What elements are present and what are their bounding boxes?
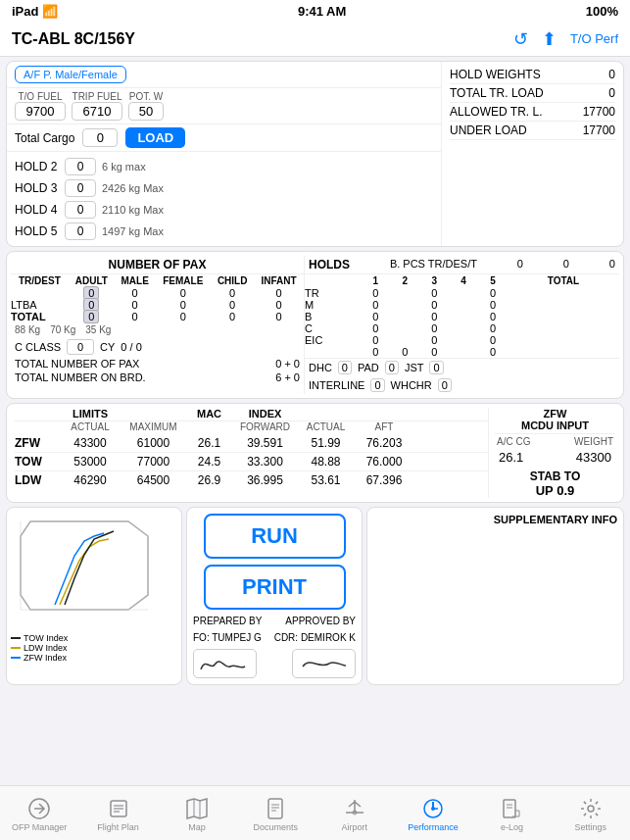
svg-marker-8: [187, 799, 207, 818]
hold2-max: 6 kg max: [102, 161, 146, 173]
pax-weight-88: 88 Kg: [15, 324, 40, 335]
chart-area: TOW Index LDW Index ZFW Index: [6, 507, 182, 685]
ldw-aft: 67.396: [355, 473, 413, 487]
limits-zfw-row: ZFW 43300 61000 26.1 39.591 51.99 76.203: [15, 434, 488, 453]
top-area: A/F P. Male/Female T/O FUEL TRIP FUEL PO…: [6, 61, 624, 247]
legend-tow: TOW Index: [11, 633, 177, 643]
tab-performance[interactable]: Performance: [394, 797, 472, 832]
ldw-maximum: 64500: [121, 473, 185, 487]
tab-elog[interactable]: e-Log: [472, 797, 551, 832]
cy-val: 0 / 0: [121, 341, 141, 353]
total-tr-load-label: TOTAL TR. LOAD: [450, 86, 544, 100]
weight-summary-panel: HOLD WEIGHTS 0 TOTAL TR. LOAD 0 ALLOWED …: [442, 62, 623, 246]
approved-by-label: APPROVED BY: [285, 616, 356, 626]
holds-col-2: 2: [390, 274, 419, 287]
refresh-icon[interactable]: ↺: [513, 28, 528, 50]
pax-row-1: 0 0 0 0 0: [11, 287, 304, 299]
under-load-row: UNDER LOAD 17700: [450, 122, 615, 140]
pax-weights-row: 88 Kg 70 Kg 35 Kg: [11, 322, 304, 337]
tab-ofp-manager[interactable]: OFP Manager: [0, 797, 78, 832]
pax-weight-70: 70 Kg: [50, 324, 75, 335]
zfw-forward: 39.591: [233, 436, 297, 450]
tab-ofp-manager-label: OFP Manager: [12, 822, 67, 832]
pax-table: TR/DEST ADULT MALE FEMALE CHILD INFANT 0: [11, 274, 304, 322]
status-bar: iPad 📶 9:41 AM 100%: [0, 0, 630, 22]
hold2-label: HOLD 2: [15, 160, 59, 173]
limits-header: LIMITS MAC INDEX: [15, 408, 488, 421]
total-cargo-input[interactable]: [82, 128, 118, 147]
upload-icon[interactable]: ⬆: [542, 28, 557, 50]
bpcs-val1: 0: [517, 258, 523, 272]
svg-marker-0: [21, 521, 148, 610]
to-fuel-field: T/O FUEL: [15, 91, 66, 121]
print-button[interactable]: PRINT: [204, 565, 346, 610]
airport-icon: [343, 797, 366, 820]
pad-label: PAD: [358, 362, 379, 373]
tab-map[interactable]: Map: [158, 797, 236, 832]
holds-col-5: 5: [478, 274, 508, 287]
total-tr-load-val: 0: [608, 86, 615, 100]
ac-cg-label: A/C CG: [497, 436, 530, 447]
zfw-mac: 26.1: [187, 436, 231, 450]
holds-col-3: 3: [419, 274, 449, 287]
signature-boxes: [193, 649, 356, 678]
hold5-input[interactable]: [65, 222, 96, 240]
lsh-blank: [15, 421, 59, 432]
load-button[interactable]: LOAD: [125, 127, 185, 148]
run-button[interactable]: RUN: [204, 514, 346, 559]
holds-tr-row: TR000: [305, 287, 619, 299]
tab-flight-plan-label: Flight Plan: [97, 822, 139, 832]
pax-col-child: CHILD: [211, 274, 254, 287]
dhc-pad-row: DHC 0 PAD 0 JST 0: [305, 358, 619, 376]
tab-map-label: Map: [188, 822, 206, 832]
limits-tow-row: TOW 53000 77000 24.5 33.300 48.88 76.000: [15, 453, 488, 471]
lh-blank4: [355, 408, 413, 420]
svg-point-17: [431, 807, 435, 811]
hold-row-2: HOLD 2 6 kg max: [11, 156, 437, 177]
supplementary-info: SUPPLEMENTARY INFO: [366, 507, 624, 685]
allowed-tr-val: 17700: [583, 105, 615, 119]
pot-w-input[interactable]: [128, 102, 164, 121]
lsh-actual2: ACTUAL: [299, 421, 353, 432]
lsh-forward: FORWARD: [233, 421, 297, 432]
to-fuel-input[interactable]: [15, 102, 66, 121]
bottom-section: TOW Index LDW Index ZFW Index RUN PRINT …: [6, 507, 624, 685]
pax-section: NUMBER OF PAX TR/DEST ADULT MALE FEMALE …: [6, 251, 624, 399]
hold4-input[interactable]: [65, 201, 96, 219]
hold2-input[interactable]: [65, 158, 96, 175]
ldw-mac: 26.9: [187, 473, 231, 487]
ldw-actual-idx: 53.61: [299, 473, 353, 487]
hold3-label: HOLD 3: [15, 181, 59, 195]
bpcs-val2: 0: [563, 258, 569, 272]
status-bar-right: 100%: [586, 4, 618, 19]
tab-settings[interactable]: Settings: [552, 797, 630, 832]
cclass-input[interactable]: [67, 339, 94, 355]
trip-fuel-field: TRIP FUEL: [72, 91, 122, 121]
sig-box-approved: [292, 649, 356, 678]
whchr-val: 0: [438, 378, 452, 392]
dhc-label: DHC: [309, 362, 332, 373]
lh-index: INDEX: [233, 408, 297, 420]
tab-bar: OFP Manager Flight Plan Map Documents Ai…: [0, 785, 630, 840]
pax-adult-total[interactable]: 0: [83, 310, 99, 323]
jst-val: 0: [429, 361, 443, 374]
pax-col-male: MALE: [115, 274, 155, 287]
hold3-input[interactable]: [65, 179, 96, 197]
tow-legend-label: TOW Index: [24, 633, 68, 643]
tab-documents[interactable]: Documents: [236, 797, 315, 832]
svg-rect-18: [504, 800, 515, 817]
zfw-actual-idx: 51.99: [299, 436, 353, 450]
hold-row-3: HOLD 3 2426 kg Max: [11, 177, 437, 199]
ldw-actual: 46290: [61, 473, 120, 487]
toperf-button[interactable]: T/O Perf: [570, 31, 618, 46]
tab-flight-plan[interactable]: Flight Plan: [79, 797, 158, 832]
legend-zfw: ZFW Index: [11, 653, 177, 663]
whchr-label: WHCHR: [391, 379, 432, 391]
page-header: TC-ABL 8C/156Y ↺ ⬆ T/O Perf: [0, 22, 630, 57]
svg-point-21: [588, 806, 594, 812]
bpcs-label: B. PCS TR/DES/T: [390, 258, 477, 272]
tab-airport[interactable]: Airport: [315, 797, 394, 832]
trip-fuel-input[interactable]: [72, 102, 122, 121]
holds-col-total: TOTAL: [508, 274, 619, 287]
total-pax-row: TOTAL NUMBER OF PAX 0 + 0: [11, 357, 304, 371]
